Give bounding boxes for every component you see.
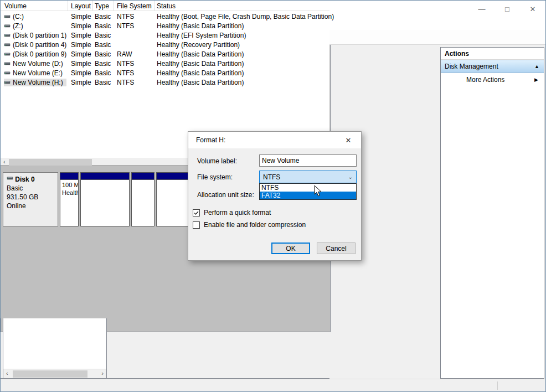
column-header-file-system[interactable]: File System: [117, 2, 152, 10]
actions-header: Actions: [441, 48, 544, 60]
compression-checkbox-row[interactable]: Enable file and folder compression: [193, 221, 306, 229]
table-row[interactable]: New Volume (D:)SimpleBasicNTFSHealthy (B…: [1, 59, 329, 68]
submenu-arrow-icon: ▶: [534, 77, 538, 82]
disk-state: Online: [7, 202, 54, 210]
status-cell: Healthy (Basic Data Partition): [157, 50, 244, 58]
quick-format-checkbox-row[interactable]: Perform a quick format: [193, 209, 271, 216]
dropdown-option-ntfs[interactable]: NTFS: [260, 184, 356, 192]
layout-cell: Simple: [71, 22, 91, 30]
status-bar: [1, 379, 545, 391]
column-header-status[interactable]: Status: [157, 2, 176, 10]
layout-cell: Simple: [71, 41, 91, 49]
partition-text: [132, 180, 154, 182]
partition-block[interactable]: [80, 172, 130, 226]
table-row[interactable]: (C:)SimpleBasicNTFSHealthy (Boot, Page F…: [1, 12, 329, 21]
status-cell: Healthy (Basic Data Partition): [157, 69, 244, 77]
column-header-layout[interactable]: Layout: [71, 2, 91, 10]
disk-name: Disk 0: [15, 175, 34, 184]
dialog-close-icon[interactable]: ✕: [339, 132, 358, 148]
column-header-type[interactable]: Type: [95, 2, 109, 10]
computer-management-window: Computer Management — □ ✕ FileActionView…: [0, 0, 546, 392]
column-separator[interactable]: [114, 1, 114, 11]
type-cell: Basic: [95, 50, 111, 58]
volume-name: (Disk 0 partition 4): [13, 41, 66, 49]
collapse-icon[interactable]: ▲: [534, 64, 539, 69]
volume-icon: [4, 32, 11, 39]
partition-block[interactable]: 100 MBHealthy (: [60, 172, 79, 226]
volume-label-label: Volume label:: [197, 157, 237, 165]
volume-name: (C:): [13, 13, 24, 20]
primary-partition-band: [60, 173, 78, 180]
status-cell: Healthy (EFI System Partition): [157, 32, 246, 39]
table-row[interactable]: New Volume (E:)SimpleBasicNTFSHealthy (B…: [1, 68, 329, 78]
type-cell: Basic: [95, 69, 111, 77]
table-row[interactable]: (Disk 0 partition 9)SimpleBasicRAWHealth…: [1, 49, 329, 59]
partition-block[interactable]: [131, 172, 154, 226]
minimize-button[interactable]: —: [469, 1, 495, 17]
table-row[interactable]: (Z:)SimpleBasicNTFSHealthy (Basic Data P…: [1, 21, 329, 30]
file-system-cell: NTFS: [117, 13, 134, 20]
scroll-left-arrow[interactable]: ‹: [6, 370, 8, 376]
dropdown-option-fat32[interactable]: FAT32: [260, 192, 356, 199]
volume-label-input[interactable]: [259, 154, 357, 167]
actions-pane: Actions Disk Management ▲ More Actions ▶: [440, 47, 544, 379]
table-row[interactable]: (Disk 0 partition 4)SimpleBasicHealthy (…: [1, 40, 329, 49]
allocation-unit-size-label: Allocation unit size:: [197, 191, 254, 199]
table-row[interactable]: (Disk 0 partition 1)SimpleBasicHealthy (…: [1, 30, 329, 40]
cancel-button[interactable]: Cancel: [317, 243, 356, 254]
ok-button[interactable]: OK: [271, 243, 310, 254]
chevron-down-icon: ⌄: [348, 174, 353, 180]
volume-icon: [4, 13, 11, 20]
more-actions-item[interactable]: More Actions ▶: [441, 73, 544, 86]
column-separator[interactable]: [92, 1, 93, 11]
volume-list-header: VolumeLayoutTypeFile SystemStatus: [1, 1, 329, 11]
partition-text: 100 MBHealthy (: [60, 180, 78, 198]
compression-checkbox[interactable]: [193, 221, 200, 229]
column-separator[interactable]: [154, 1, 154, 11]
volume-name: New Volume (D:): [13, 60, 63, 68]
volume-icon: [4, 42, 11, 48]
type-cell: Basic: [95, 60, 111, 68]
disk0-info-box[interactable]: Disk 0 Basic 931.50 GB Online: [3, 172, 58, 226]
status-cell: Healthy (Boot, Page File, Crash Dump, Ba…: [157, 13, 331, 20]
maximize-button[interactable]: □: [495, 1, 520, 17]
tree-horizontal-scrollbar[interactable]: ‹ ›: [3, 369, 106, 378]
type-cell: Basic: [95, 32, 111, 39]
file-system-label: File system:: [197, 173, 233, 181]
type-cell: Basic: [95, 13, 111, 20]
scrollbar-thumb[interactable]: [13, 370, 87, 378]
column-header-volume[interactable]: Volume: [4, 2, 27, 10]
volume-icon: [4, 60, 11, 67]
volume-name: (Disk 0 partition 9): [13, 50, 66, 58]
column-separator[interactable]: [68, 1, 68, 11]
mouse-cursor: [314, 185, 323, 199]
status-cell: Healthy (Recovery Partition): [157, 41, 240, 49]
file-system-combobox[interactable]: NTFS ⌄: [259, 171, 357, 183]
type-cell: Basic: [95, 79, 111, 86]
quick-format-checkbox[interactable]: [193, 209, 200, 216]
volume-icon: [4, 79, 11, 86]
scroll-left-arrow[interactable]: ‹: [3, 158, 6, 165]
actions-group-disk-management[interactable]: Disk Management ▲: [441, 60, 544, 73]
table-row[interactable]: New Volume (H:)SimpleBasicNTFSHealthy (B…: [1, 78, 329, 87]
close-button[interactable]: ✕: [520, 1, 545, 17]
status-cell: Healthy (Basic Data Partition): [157, 79, 244, 86]
status-cell: Healthy (Basic Data Partition): [157, 22, 244, 30]
actions-group-label: Disk Management: [445, 63, 498, 70]
more-actions-label: More Actions: [466, 76, 504, 84]
partition-text: [81, 180, 129, 182]
layout-cell: Simple: [71, 79, 91, 86]
type-cell: Basic: [95, 22, 111, 30]
layout-cell: Simple: [71, 69, 91, 77]
compression-label: Enable file and folder compression: [204, 221, 306, 229]
layout-cell: Simple: [71, 13, 91, 20]
volume-name: New Volume (E:): [13, 69, 63, 77]
disk-type: Basic: [7, 184, 54, 193]
file-system-cell: NTFS: [117, 79, 134, 86]
file-system-cell: RAW: [117, 50, 132, 58]
scroll-right-arrow[interactable]: ›: [101, 370, 104, 376]
quick-format-label: Perform a quick format: [204, 209, 271, 216]
volume-icon: [4, 51, 11, 58]
disk-size: 931.50 GB: [7, 193, 54, 202]
dialog-title-bar: Format H: ✕: [188, 132, 361, 148]
